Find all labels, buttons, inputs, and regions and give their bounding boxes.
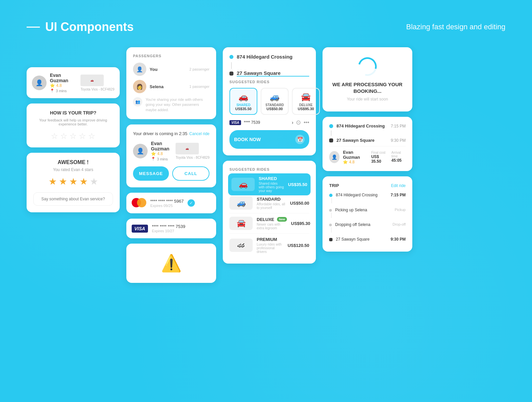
ride-row-deluxe[interactable]: 🚘 DELUXE New Newer cars with extra legro… <box>229 213 309 234</box>
mastercard-logo <box>132 198 146 208</box>
edit-ride-link[interactable]: Edit ride <box>391 183 406 188</box>
loading-spinner <box>358 57 377 76</box>
standard-ride-desc: Affordable rides, all to yourself <box>257 202 286 210</box>
shared-car-img: 🚗 <box>231 178 255 191</box>
deluxe-car-img: 🚘 <box>229 217 253 230</box>
ride-row-standard[interactable]: 🚙 STANDARD Affordable rides, all to your… <box>229 193 309 213</box>
rating-stars[interactable]: ☆ ☆ ☆ ☆ ☆ <box>33 131 113 141</box>
stop-action-2: Pickup <box>395 208 406 212</box>
ride-row-premium[interactable]: 🏎 PREMIUM Luxury rides with professional… <box>229 234 309 257</box>
standard-name-row: STANDARD <box>257 197 286 202</box>
trip-title: HOW IS YOUR TRIP? <box>33 110 113 115</box>
rated-text: You rated Evan 4 stars <box>33 167 113 172</box>
sum-to-text: 27 Sawayn Square <box>336 138 387 143</box>
passenger-count-selena: 1 passenger <box>189 85 209 89</box>
passengers-label: PASSENGERS <box>133 54 209 58</box>
shared-name-row: SHARED <box>259 176 284 181</box>
rating-value: 4.8 <box>56 83 62 88</box>
route-summary-card: 874 Hildegard Crossing 7:15 PM 27 Sawayn… <box>323 117 412 171</box>
ride-option-standard[interactable]: 🚙 STANDARD US$50.00 <box>261 88 289 115</box>
star-sum-icon: ⭐ <box>343 160 348 164</box>
ride-options-row: 🚗 SHARED US$35.50 🚙 STANDARD US$50.00 🚘 … <box>229 88 309 115</box>
book-btn-label: BOOK NOW <box>234 137 261 142</box>
star-filled-1: ★ <box>49 176 57 187</box>
processing-card: WE ARE PROCESSING YOUR BOOKING... Your r… <box>323 47 412 111</box>
star-empty-5: ★ <box>90 176 98 187</box>
book-now-button[interactable]: BOOK NOW 📅 <box>229 130 309 149</box>
message-button[interactable]: MESSAGE <box>133 166 169 181</box>
settings-circle-icon[interactable]: ⊙ <box>296 119 301 126</box>
trip-subtitle: Your feedback will help us improve drivi… <box>33 118 113 126</box>
sum-from-time: 7:15 PM <box>391 124 406 128</box>
coming-driver-details: Evan Guzman ⭐ 4.8 📍 3 mins <box>151 141 172 161</box>
call-button[interactable]: CALL <box>172 166 209 181</box>
deluxe-price: US$95.30 <box>296 107 316 111</box>
coming-driver-time: 📍 3 mins <box>151 157 172 161</box>
arrival-time-block: Arrival time 45:05 <box>391 151 406 164</box>
star-4[interactable]: ☆ <box>79 131 86 141</box>
stop-dot-3 <box>329 224 332 226</box>
awesome-title: AWESOME ! <box>33 159 113 165</box>
standard-ride-price: US$50.00 <box>290 201 309 206</box>
star-3[interactable]: ☆ <box>69 131 77 141</box>
coming-header: Your driver is coming in 2:35 Cancel rid… <box>133 131 209 136</box>
deluxe-ride-price: US$95.30 <box>291 221 310 226</box>
driver-avatar: 👤 <box>32 76 47 90</box>
sum-to-time: 9:30 PM <box>391 138 406 143</box>
ride-option-shared[interactable]: 🚗 SHARED US$35.50 <box>229 88 257 115</box>
passengers-card: PASSENGERS 👤 You 2 passenger 👩 Selena 1 … <box>126 47 216 119</box>
visa-number: **** **** **** 7539 <box>152 224 185 229</box>
shared-ride-price: US$35.50 <box>288 182 307 187</box>
shared-car-icon: 🚗 <box>233 92 253 102</box>
stop-line-3 <box>331 227 332 233</box>
deluxe-name-row: DELUXE New <box>257 217 287 222</box>
star-5[interactable]: ☆ <box>88 131 95 141</box>
premium-ride-price: US$120.50 <box>288 243 309 248</box>
star-1[interactable]: ☆ <box>51 131 58 141</box>
premium-ride-desc: Luxury rides with professional drivers <box>257 243 284 254</box>
final-cost-value: US$ 35.50 <box>371 154 387 164</box>
visa-expiry: Expires 10/27 <box>152 229 185 233</box>
shared-ride-desc: Shared rides with others going your way <box>259 182 284 193</box>
warning-icon: ⚠️ <box>161 254 182 273</box>
mastercard-expiry: Expires 09/25 <box>150 204 184 208</box>
processing-title: WE ARE PROCESSING YOUR BOOKING... <box>331 81 404 94</box>
mc-circle-yellow <box>137 198 146 207</box>
arrival-label: Arrival time <box>391 151 406 158</box>
trip-title: TRIP <box>329 183 339 188</box>
spinner-arc <box>355 54 380 79</box>
ride-row-shared[interactable]: 🚗 SHARED Shared rides with others going … <box>228 173 311 196</box>
passenger-row-you: 👤 You 2 passenger <box>133 63 209 76</box>
car-label: Toyota Vios - 8CF4829 <box>80 88 114 91</box>
star-2[interactable]: ☆ <box>60 131 67 141</box>
trip-header: TRIP Edit ride <box>329 183 406 188</box>
action-buttons: MESSAGE CALL <box>133 166 209 181</box>
trip-stop-3: Dropping off Selena Drop-off <box>329 222 406 234</box>
star-filled-3: ★ <box>69 176 77 187</box>
standard-price: US$50.00 <box>265 107 285 111</box>
feedback-input[interactable] <box>33 192 113 206</box>
standard-car-img: 🚙 <box>229 196 253 210</box>
more-dots-icon[interactable]: ••• <box>304 119 309 125</box>
stop-name-2: Picking up Selena <box>335 208 391 212</box>
route-sum-to-row: 27 Sawayn Square 9:30 PM <box>329 138 406 143</box>
coming-car-label: Toyota Vios - 8CF4829 <box>176 156 209 159</box>
payment-row: VISA **** 7539 › ⊙ ••• <box>229 119 309 126</box>
deluxe-type: DELUXE <box>296 103 316 107</box>
stop-name-3: Dropping off Selena <box>335 222 389 227</box>
ride-option-deluxe[interactable]: 🚘 DELUXE US$95.30 <box>292 88 320 115</box>
share-note: 👥 You're sharing your ride with others g… <box>133 97 209 112</box>
visa-card[interactable]: VISA **** **** **** 7539 Expires 10/27 <box>126 219 216 238</box>
stop-dot-4 <box>329 238 332 241</box>
awesome-card: AWESOME ! You rated Evan 4 stars ★ ★ ★ ★… <box>27 153 120 212</box>
cancel-ride-link[interactable]: Cancel ride <box>189 131 209 136</box>
driver-sum-name: Evan Guzman <box>343 150 368 160</box>
route-to-input[interactable] <box>237 70 309 77</box>
final-cost-block: Final cost US$ 35.50 <box>371 151 387 164</box>
mastercard-card[interactable]: **** **** **** 5967 Expires 09/25 ✓ <box>126 193 216 213</box>
sum-from-text: 874 Hildegard Crossing <box>336 123 387 128</box>
final-cost-label: Final cost <box>371 151 387 154</box>
stop-action-3: Drop-off <box>392 222 406 226</box>
coming-text: Your driver is coming in 2:35 <box>133 131 188 136</box>
standard-ride-name: STANDARD <box>257 197 281 202</box>
